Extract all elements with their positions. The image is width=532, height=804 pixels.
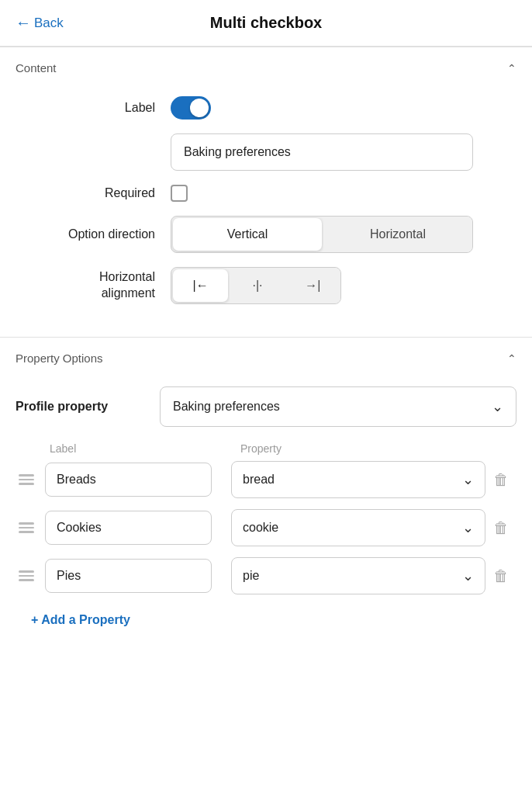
option-direction-row: Option direction Vertical Horizontal (16, 216, 516, 253)
prop-item-label-wrapper (45, 463, 223, 497)
required-row: Required (16, 185, 516, 202)
prop-item-dropdown-arrow: ⌄ (462, 519, 474, 536)
prop-item-label-wrapper (45, 559, 223, 593)
drag-line-3 (19, 483, 34, 485)
back-label: Back (34, 16, 64, 31)
add-property-button[interactable]: + Add a Property (16, 605, 516, 635)
drag-line-1 (19, 474, 34, 477)
prop-item-select-1[interactable]: cookie ⌄ (231, 509, 485, 546)
property-options-title: Property Options (16, 352, 103, 365)
content-section-header[interactable]: Content ⌃ (0, 47, 532, 88)
option-direction-vertical[interactable]: Vertical (173, 218, 322, 251)
option-direction-horizontal[interactable]: Horizontal (323, 217, 472, 252)
prop-item-dropdown-arrow: ⌄ (462, 471, 474, 488)
align-right-button[interactable]: →| (285, 268, 340, 303)
back-arrow-icon: ← (16, 14, 31, 32)
profile-property-value: Baking preferences (173, 400, 280, 414)
prop-item-label-input[interactable] (45, 559, 212, 593)
option-direction-label: Option direction (16, 227, 171, 241)
property-item: cookie ⌄ 🗑 (16, 509, 516, 546)
prop-item-select-value: cookie (243, 521, 278, 535)
prop-item-label-input[interactable] (45, 463, 212, 497)
profile-property-label: Profile property (16, 400, 147, 414)
prop-item-select-value: bread (243, 473, 275, 487)
content-body: Label Required Option direction Vertical… (0, 88, 532, 337)
drag-line-1 (19, 522, 34, 525)
drag-line-3 (19, 579, 34, 581)
property-items-container: bread ⌄ 🗑 cookie ⌄ 🗑 pie ⌄ 🗑 (16, 461, 516, 594)
align-left-button[interactable]: |← (173, 269, 228, 302)
prop-item-dropdown-arrow: ⌄ (462, 567, 474, 584)
delete-property-button[interactable]: 🗑 (493, 567, 516, 585)
delete-property-button[interactable]: 🗑 (493, 471, 516, 489)
required-checkbox[interactable] (171, 185, 188, 202)
prop-item-label-input[interactable] (45, 511, 212, 545)
profile-property-row: Profile property Baking preferences ⌄ (16, 386, 516, 427)
property-body: Profile property Baking preferences ⌄ La… (0, 379, 532, 653)
prop-item-label-wrapper (45, 511, 223, 545)
label-toggle[interactable] (171, 96, 211, 120)
drag-line-2 (19, 575, 34, 577)
prop-item-select-value: pie (243, 569, 259, 583)
delete-property-button[interactable]: 🗑 (493, 519, 516, 537)
drag-line-3 (19, 531, 34, 533)
content-section-title: Content (16, 61, 57, 75)
property-item: pie ⌄ 🗑 (16, 557, 516, 594)
th-label: Label (50, 442, 228, 455)
alignment-group: |← ·|· →| (171, 267, 341, 304)
drag-handle[interactable] (16, 567, 37, 584)
th-property: Property (240, 442, 282, 455)
table-header: Label Property (16, 442, 516, 461)
horizontal-alignment-label: Horizontalalignment (16, 269, 171, 302)
label-row-label: Label (16, 101, 171, 115)
drag-line-2 (19, 479, 34, 481)
property-options-chevron: ⌃ (507, 352, 516, 365)
option-direction-group: Vertical Horizontal (171, 216, 473, 253)
drag-handle[interactable] (16, 519, 37, 536)
page-title: Multi checkbox (210, 14, 322, 32)
back-button[interactable]: ← Back (16, 14, 64, 32)
align-center-button[interactable]: ·|· (230, 268, 285, 303)
toggle-thumb (190, 99, 209, 117)
header: ← Back Multi checkbox (0, 0, 532, 47)
prop-item-select-0[interactable]: bread ⌄ (231, 461, 485, 498)
drag-line-1 (19, 570, 34, 573)
property-item: bread ⌄ 🗑 (16, 461, 516, 498)
content-section-chevron: ⌃ (507, 62, 516, 75)
horizontal-alignment-row: Horizontalalignment |← ·|· →| (16, 267, 516, 304)
drag-handle[interactable] (16, 471, 37, 488)
label-row: Label (16, 96, 516, 120)
profile-property-select[interactable]: Baking preferences ⌄ (160, 386, 516, 427)
label-input-row (171, 133, 516, 171)
prop-item-select-2[interactable]: pie ⌄ (231, 557, 485, 594)
property-options-section-header[interactable]: Property Options ⌃ (0, 338, 532, 379)
drag-line-2 (19, 527, 34, 529)
label-text-input[interactable] (171, 133, 473, 171)
required-label: Required (16, 186, 171, 200)
profile-property-dropdown-arrow: ⌄ (492, 398, 503, 415)
